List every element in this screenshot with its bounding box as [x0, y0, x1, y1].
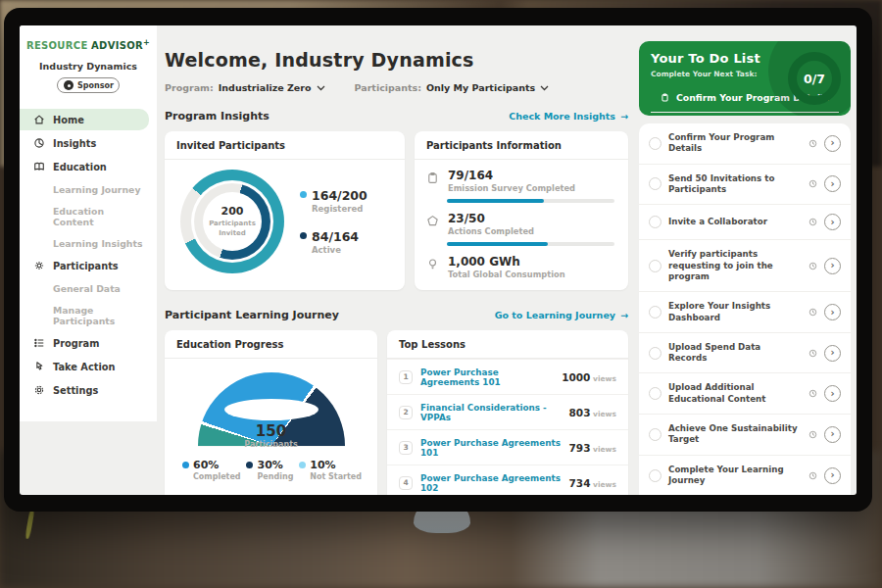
- dashboard-screen: RESOURCE ADVISOR+ Industry Dynamics Spon…: [20, 25, 857, 495]
- task-go-button[interactable]: ›: [824, 258, 841, 274]
- program-filter-dropdown[interactable]: Program: Industrialize Zero: [165, 82, 325, 93]
- task-checkbox[interactable]: [649, 216, 662, 228]
- clock-icon: [808, 389, 817, 398]
- task-checkbox[interactable]: [649, 428, 662, 441]
- logo-part-resource: RESOURCE: [26, 40, 88, 51]
- sidebar-item-settings[interactable]: Settings: [20, 379, 149, 401]
- clock-icon: [808, 179, 817, 188]
- lesson-link[interactable]: Power Purchase Agreements 102: [420, 473, 562, 493]
- legend-label: Not Started: [310, 472, 362, 481]
- task-checkbox[interactable]: [649, 469, 662, 482]
- go-to-learning-journey-link[interactable]: Go to Learning Journey →: [495, 310, 628, 320]
- task-checkbox[interactable]: [649, 260, 662, 272]
- legend-item-pending: 30% Pending: [246, 459, 293, 481]
- sponsor-label: Sponsor: [77, 81, 114, 90]
- task-go-button[interactable]: ›: [824, 214, 841, 230]
- lesson-row: 3 Power Purchase Agreements 101 793 view…: [387, 429, 628, 465]
- task-row-confirm-program-details[interactable]: Confirm Your Program Details ›: [639, 123, 851, 165]
- education-progress-card: Education Progress 150 Participants 60% …: [165, 330, 377, 495]
- sidebar-item-home[interactable]: Home: [20, 109, 149, 130]
- views-count: 803: [569, 407, 591, 418]
- legend-item-registered: 164/200 Registered: [300, 188, 368, 214]
- stat-label: Actions Completed: [448, 226, 534, 236]
- task-row-upload-spend-data[interactable]: Upload Spend Data Records ›: [639, 333, 851, 374]
- participants-icon: [33, 260, 45, 271]
- task-label: Verify participants requesting to join t…: [668, 249, 802, 282]
- legend-dot-completed: [182, 462, 189, 468]
- lesson-views: 793 views: [569, 442, 616, 454]
- sidebar-item-program[interactable]: Program: [20, 332, 149, 354]
- task-label: Invite a Collaborator: [668, 217, 802, 227]
- insights-icon: [33, 137, 45, 149]
- take-action-icon: [33, 361, 45, 372]
- sidebar-item-participants[interactable]: Participants: [20, 255, 149, 276]
- legend-item-active: 84/164 Active: [300, 229, 368, 255]
- sidebar-item-manage-participants[interactable]: Manage Participants: [20, 300, 157, 331]
- lesson-link[interactable]: Financial Considerations - VPPAs: [420, 403, 562, 422]
- task-row-invite-collaborator[interactable]: Invite a Collaborator ›: [639, 205, 851, 240]
- monitor-bezel: RESOURCE ADVISOR+ Industry Dynamics Spon…: [4, 8, 872, 512]
- lesson-rank: 4: [399, 476, 413, 490]
- check-more-insights-link[interactable]: Check More Insights →: [509, 111, 628, 122]
- stat-emission-survey: 79/164 Emission Survey Completed: [415, 160, 628, 193]
- todo-column: 0/7 Your To Do List Complete Your Next T…: [639, 41, 851, 495]
- lesson-link[interactable]: Power Purchase Agreements 101: [420, 438, 562, 458]
- sidebar-item-education[interactable]: Education: [20, 156, 149, 177]
- sidebar-item-education-content[interactable]: Education Content: [20, 201, 157, 232]
- task-row-verify-participants[interactable]: Verify participants requesting to join t…: [639, 240, 851, 292]
- task-go-button[interactable]: ›: [824, 175, 841, 192]
- sidebar-item-general-data[interactable]: General Data: [20, 278, 157, 299]
- views-count: 793: [569, 442, 591, 454]
- sidebar-item-learning-insights[interactable]: Learning Insights: [20, 233, 157, 254]
- sidebar-item-take-action[interactable]: Take Action: [20, 356, 149, 377]
- donut-center-label: 200 Participants Invited: [206, 195, 259, 248]
- legend-dot-not-started: [299, 462, 306, 468]
- learning-cards-row: Education Progress 150 Participants 60% …: [165, 330, 628, 495]
- gauge-center-caption: Participants: [198, 440, 345, 447]
- lesson-link[interactable]: Power Purchase Agreements 101: [420, 368, 554, 387]
- todo-header-panel: 0/7 Your To Do List Complete Your Next T…: [639, 41, 851, 116]
- views-word: views: [590, 374, 616, 383]
- lesson-rank: 3: [399, 441, 413, 455]
- donut-legend: 164/200 Registered 84/164 Active: [300, 188, 368, 255]
- task-row-upload-educational-content[interactable]: Upload Additional Educational Content ›: [639, 373, 851, 415]
- chevron-down-icon: [317, 85, 325, 91]
- logo-part-advisor: ADVISOR: [91, 40, 143, 51]
- legend-label: Registered: [312, 204, 368, 214]
- task-go-button[interactable]: ›: [824, 426, 841, 443]
- task-checkbox[interactable]: [649, 306, 662, 318]
- sidebar-item-insights[interactable]: Insights: [20, 132, 149, 154]
- invited-participants-donut-chart: 200 Participants Invited: [180, 170, 284, 273]
- clock-icon: [808, 471, 817, 480]
- task-row-achieve-sustainability-target[interactable]: Achieve One Sustainability Target ›: [639, 415, 851, 456]
- lesson-row: 2 Financial Considerations - VPPAs 803 v…: [387, 394, 628, 429]
- task-go-button[interactable]: ›: [824, 345, 841, 362]
- arrow-right-icon: →: [620, 111, 628, 122]
- task-checkbox[interactable]: [649, 387, 662, 400]
- task-go-button[interactable]: ›: [824, 467, 841, 484]
- task-go-button[interactable]: ›: [824, 385, 841, 402]
- org-name: Industry Dynamics: [20, 61, 157, 72]
- stat-value: 79/164: [448, 169, 575, 182]
- participants-filter-label: Participants:: [355, 82, 421, 93]
- home-icon: [33, 114, 45, 125]
- task-row-explore-insights[interactable]: Explore Your Insights Dashboard ›: [639, 292, 851, 333]
- education-icon: [33, 161, 45, 172]
- legend-pct: 30%: [257, 459, 293, 471]
- task-row-send-invitations[interactable]: Send 50 Invitations to Participants ›: [639, 165, 851, 206]
- gauge-center-label: 150 Participants: [198, 422, 345, 447]
- task-label: Confirm Your Program Details: [668, 132, 802, 155]
- sidebar-item-learning-journey[interactable]: Learning Journey: [20, 179, 157, 200]
- sidebar-item-label: Education: [53, 162, 107, 172]
- participants-filter-dropdown[interactable]: Participants: Only My Participants: [355, 82, 550, 93]
- task-checkbox[interactable]: [649, 177, 662, 190]
- task-go-button[interactable]: ›: [824, 304, 841, 320]
- task-checkbox[interactable]: [649, 347, 662, 360]
- invited-participants-card: Invited Participants 200 Participants In…: [165, 131, 405, 290]
- clock-icon: [808, 308, 817, 317]
- task-checkbox[interactable]: [649, 137, 662, 150]
- task-go-button[interactable]: ›: [824, 135, 841, 152]
- top-lessons-card: Top Lessons 1 Power Purchase Agreements …: [387, 330, 628, 495]
- program-filter-label: Program:: [165, 82, 214, 93]
- task-row-complete-learning-journey[interactable]: Complete Your Learning Journey ›: [639, 456, 851, 495]
